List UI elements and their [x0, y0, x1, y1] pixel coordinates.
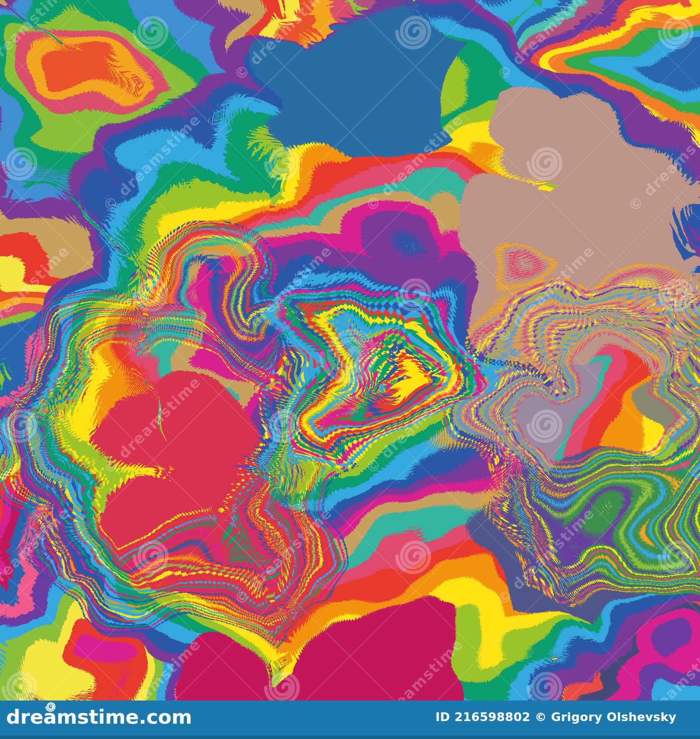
abstract-swirl-image [0, 0, 700, 701]
footer-bar: dreamstime.com ID 216598802 © Grigory Ol… [0, 701, 700, 739]
image-credit: ID 216598802 © Grigory Olshevsky [435, 710, 676, 724]
dreamstime-logo[interactable]: dreamstime.com [6, 707, 192, 727]
marbled-artwork: © dreamstime© dreamstime© dreamstime© dr… [0, 0, 700, 701]
dreamstime-logo-text: dreamstime.com [6, 705, 192, 729]
stock-image-preview: © dreamstime© dreamstime© dreamstime© dr… [0, 0, 700, 739]
dreamstime-spiral-icon [44, 700, 57, 713]
